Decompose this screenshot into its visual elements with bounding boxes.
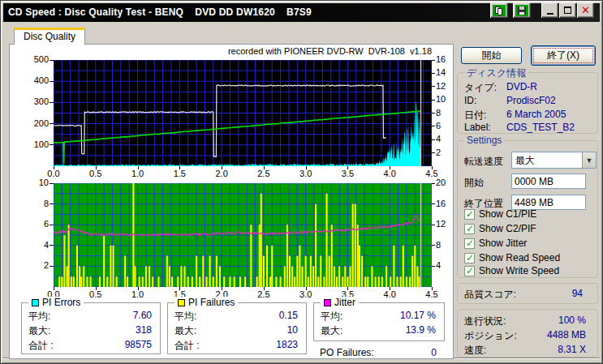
axis-tick-label: 4.0 (380, 289, 399, 299)
axis-tick-label: 2.0 (212, 169, 231, 178)
checkbox-show-jitter[interactable]: Show Jitter (464, 238, 527, 249)
pi-failures-legend: PI Failures (174, 297, 238, 308)
axis-tick-mark (390, 166, 390, 169)
settings-group: Settings 転送速度 最大 ▼ 開始 0000 MB 終了位置 4489 … (457, 140, 598, 278)
jitter-max-row: 最大:13.9 % (321, 324, 437, 336)
axis-tick-mark (306, 287, 307, 290)
axis-tick-mark (50, 266, 54, 267)
axis-tick-mark (54, 287, 54, 290)
disc-type-value: DVD-R (506, 81, 537, 92)
disc-label-value: CDS_TEST_B2 (506, 122, 575, 133)
axis-tick-label: 16 (436, 54, 446, 64)
position-value: 4488 MB (547, 329, 586, 340)
chevron-down-icon[interactable]: ▼ (582, 152, 596, 168)
jitter-box: Jitter 平均:10.17 % 最大:13.9 % (313, 302, 445, 341)
axis-tick-mark (306, 166, 307, 169)
axis-tick-mark (138, 287, 139, 290)
axis-tick-label: 100 (34, 139, 49, 149)
quality-score-value: 94 (572, 288, 583, 299)
axis-tick-mark (347, 287, 348, 290)
axis-tick-label: 10 (39, 178, 49, 187)
axis-tick-mark (432, 245, 435, 246)
axis-tick-label: 2.5 (254, 169, 274, 178)
axis-tick-mark (432, 225, 435, 225)
axis-tick-mark (432, 126, 435, 126)
axis-tick-label: 1.5 (170, 169, 189, 178)
minimize-button[interactable] (541, 2, 558, 18)
axis-tick-label: 3.0 (296, 169, 316, 178)
pi-failures-color-chip (178, 299, 185, 306)
checkbox-show-read-speed[interactable]: Show Read Speed (464, 252, 560, 263)
checkbox-checked-icon (464, 266, 475, 276)
jitter-color-chip (324, 299, 331, 306)
axis-tick-mark (432, 287, 433, 290)
axis-tick-label: 400 (34, 75, 49, 85)
axis-tick-mark (50, 81, 54, 82)
disc-quality-page: recorded with PIONEER DVD-RW DVR-108 v1.… (9, 44, 454, 359)
axis-tick-label: 4 (436, 134, 441, 143)
checkbox-show-c1-pie[interactable]: Show C1/PIE (464, 208, 536, 220)
axis-tick-label: 1.0 (128, 289, 148, 299)
disc-id-row: ID: (464, 95, 476, 106)
pi-failures-avg-row: 平均:0.15 (174, 310, 299, 322)
start-pos-input[interactable]: 0000 MB (511, 173, 586, 189)
checkbox-show-write-speed[interactable]: Show Write Speed (464, 265, 559, 276)
pi-errors-box: PI Errors 平均:7.60 最大:318 合計 :98575 (21, 302, 161, 354)
disc-label-row: Label: (464, 122, 491, 133)
exit-button[interactable]: 終了(X) (531, 45, 596, 66)
axis-tick-mark (390, 287, 390, 290)
transfer-speed-select[interactable]: 最大 ▼ (511, 152, 597, 169)
copy-button[interactable] (490, 2, 508, 18)
pi-errors-avg-row: 平均:7.60 (28, 310, 153, 322)
axis-tick-label: 4.0 (380, 169, 399, 178)
maximize-button[interactable] (559, 2, 576, 18)
quality-score-label: 品質スコア: (464, 288, 516, 302)
axis-tick-label: 2 (436, 148, 441, 157)
pi-errors-legend: PI Errors (28, 297, 84, 308)
axis-tick-mark (96, 166, 97, 169)
axis-tick-label: 8 (436, 240, 441, 250)
progress-label: 進行状況: (464, 315, 506, 328)
axis-tick-label: 0.5 (86, 169, 106, 178)
axis-tick-mark (222, 166, 222, 169)
checkbox-show-c2-pif[interactable]: Show C2/PIF (464, 223, 536, 234)
disc-info-legend: ディスク情報 (464, 66, 528, 80)
position-label: ポジション: (464, 329, 517, 343)
axis-tick-label: 4 (44, 240, 49, 250)
checkbox-checked-icon (464, 253, 475, 263)
progress-group: 進行状況: 100 % ポジション: 4488 MB 速度: 8.31 X (457, 309, 598, 358)
axis-tick-mark (138, 166, 139, 169)
start-button[interactable]: 開始 (461, 47, 522, 64)
close-button[interactable]: ✕ (577, 2, 594, 18)
tab-label: Disc Quality (24, 31, 75, 42)
speed-pie-chart: 1002003004005002468101214160.00.51.01.52… (54, 60, 432, 166)
pi-failures-box: PI Failures 平均:0.15 最大:10 合計 :1823 (167, 302, 307, 354)
axis-tick-mark (432, 266, 435, 267)
speed-label: 速度: (464, 344, 486, 358)
axis-tick-label: 8 (436, 108, 441, 118)
progress-value: 100 % (558, 315, 586, 326)
quality-score-group: 品質スコア: 94 (457, 283, 598, 304)
axis-tick-label: 6 (436, 121, 441, 131)
po-failures-row: PO Failures:0 (320, 347, 445, 358)
axis-tick-mark (50, 245, 54, 246)
speed-value: 8.31 X (558, 344, 586, 355)
checkbox-checked-icon (464, 238, 475, 249)
axis-tick-mark (50, 225, 54, 225)
recorded-with-text: recorded with PIONEER DVD-RW DVR-108 v1.… (10, 46, 432, 56)
axis-tick-mark (432, 60, 435, 61)
disc-info-group: ディスク情報 タイプ: DVD-R ID: ProdiscF02 日付: 6 M… (457, 72, 598, 134)
checkbox-checked-icon (464, 224, 475, 234)
axis-tick-mark (96, 287, 97, 290)
axis-tick-mark (347, 166, 348, 169)
axis-tick-mark (264, 287, 265, 290)
axis-tick-mark (432, 73, 435, 74)
pif-jitter-chart: 246810481216200.00.51.01.52.02.53.03.54.… (54, 183, 432, 287)
axis-tick-label: 4.5 (422, 289, 441, 299)
save-button[interactable] (513, 2, 531, 18)
tab-disc-quality[interactable]: Disc Quality (14, 28, 85, 45)
title-bar: CD Speed : Disc Quality Test - BENQ DVD … (3, 3, 600, 22)
axis-tick-label: 3.5 (338, 169, 357, 178)
axis-tick-mark (432, 139, 435, 140)
axis-tick-mark (54, 166, 54, 169)
